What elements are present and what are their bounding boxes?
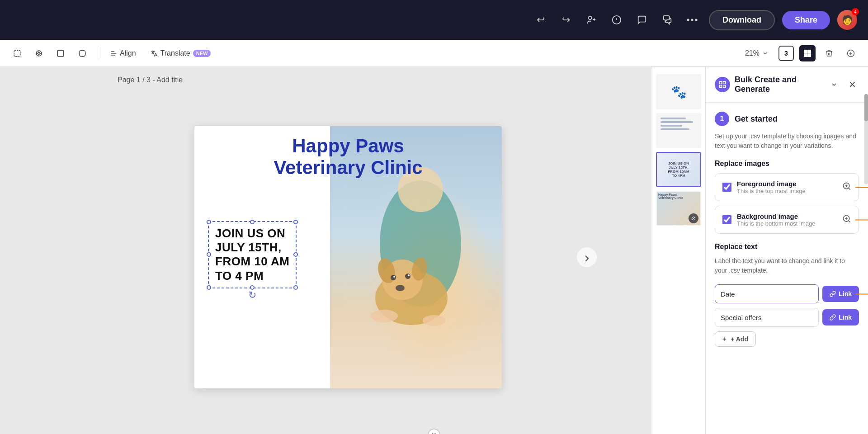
download-button[interactable]: Download bbox=[709, 10, 775, 30]
handle-mr[interactable] bbox=[293, 252, 298, 257]
handle-ml[interactable] bbox=[207, 252, 211, 257]
svg-rect-6 bbox=[14, 50, 20, 57]
handle-tl[interactable] bbox=[207, 220, 211, 224]
svg-point-37 bbox=[423, 315, 445, 326]
panel-header: Bulk Create and Generate ✕ bbox=[706, 67, 868, 103]
more-button[interactable]: ••• bbox=[684, 11, 702, 29]
divider-1 bbox=[98, 47, 98, 60]
date-text-field[interactable] bbox=[715, 284, 819, 303]
add-icon: + bbox=[722, 335, 726, 343]
svg-rect-21 bbox=[808, 53, 811, 57]
translate-button[interactable]: Translate NEW bbox=[146, 47, 216, 60]
svg-point-33 bbox=[405, 274, 410, 279]
thumb-overlay-icon: ⊘ bbox=[689, 213, 698, 223]
canvas-content: Happy Paws Veterinary Clinic JOIN US O bbox=[90, 90, 606, 425]
foreground-title: Foreground image bbox=[737, 180, 837, 188]
background-search-icon[interactable] bbox=[842, 214, 851, 226]
rounded-rect-tool[interactable] bbox=[74, 45, 90, 61]
right-panel: Bulk Create and Generate ✕ 1 Get started… bbox=[705, 67, 868, 434]
svg-line-43 bbox=[849, 188, 850, 189]
handle-tm[interactable] bbox=[250, 220, 255, 224]
select-tool[interactable] bbox=[9, 45, 25, 61]
background-image-option: Background image This is the bottom most… bbox=[715, 206, 859, 234]
svg-point-36 bbox=[371, 310, 398, 322]
svg-rect-13 bbox=[57, 50, 64, 57]
svg-rect-38 bbox=[719, 81, 722, 84]
foreground-subtitle: This is the top most image bbox=[737, 188, 837, 194]
background-checkbox[interactable] bbox=[722, 215, 731, 224]
thumb-lines-content bbox=[657, 114, 700, 136]
tips-button[interactable] bbox=[608, 11, 626, 29]
foreground-checkbox[interactable] bbox=[722, 183, 731, 192]
add-button[interactable] bbox=[843, 45, 859, 61]
handle-tr[interactable] bbox=[293, 220, 298, 224]
thumbnail-2[interactable] bbox=[656, 113, 701, 148]
page-indicator: 3 bbox=[778, 46, 794, 61]
svg-rect-19 bbox=[808, 50, 811, 53]
add-field-row: + + Add bbox=[715, 331, 859, 347]
delete-button[interactable] bbox=[821, 45, 837, 61]
slide-event-text: JOIN US ON JULY 15TH, FROM 10 AM TO 4 PM bbox=[215, 226, 289, 283]
handle-bl[interactable] bbox=[207, 285, 211, 290]
canvas-area: Page 1 / 3 - Add title bbox=[0, 67, 651, 434]
svg-rect-18 bbox=[804, 50, 807, 53]
align-button[interactable]: Align bbox=[105, 47, 141, 60]
foreground-info: Foreground image This is the top most im… bbox=[737, 180, 837, 194]
scrollbar-thumb[interactable] bbox=[864, 94, 868, 121]
svg-rect-40 bbox=[719, 85, 722, 88]
background-info: Background image This is the bottom most… bbox=[737, 212, 837, 227]
redo-button[interactable]: ↪ bbox=[557, 11, 575, 29]
foreground-image-option: Foreground image This is the top most im… bbox=[715, 173, 859, 201]
step-number: 1 bbox=[715, 112, 729, 126]
foreground-search-icon[interactable] bbox=[842, 182, 851, 193]
layout-tool-active[interactable] bbox=[799, 45, 816, 61]
add-field-button[interactable]: + + Add bbox=[715, 331, 756, 347]
thumbnail-3[interactable]: JOIN US ONJULY 15TH,FROM 10AMTO 4PM bbox=[656, 152, 701, 187]
panel-close-button[interactable]: ✕ bbox=[845, 78, 859, 91]
svg-point-35 bbox=[408, 274, 410, 276]
special-offers-link-button[interactable]: Link bbox=[822, 309, 859, 326]
thumbnail-1[interactable]: 🐾 bbox=[656, 74, 701, 109]
panel-icon bbox=[715, 77, 730, 92]
svg-point-8 bbox=[38, 52, 40, 54]
svg-rect-14 bbox=[79, 50, 85, 57]
page-label: Page 1 / 3 - Add title bbox=[118, 76, 183, 84]
step-title: Get started bbox=[735, 114, 778, 124]
panel-collapse-button[interactable] bbox=[827, 78, 841, 91]
panel-title: Bulk Create and Generate bbox=[735, 75, 823, 94]
handle-br[interactable] bbox=[293, 285, 298, 290]
rect-tool[interactable] bbox=[52, 45, 69, 61]
date-link-button[interactable]: Link bbox=[822, 286, 859, 302]
slide-text-box[interactable]: JOIN US ON JULY 15TH, FROM 10 AM TO 4 PM… bbox=[208, 221, 297, 288]
svg-point-31 bbox=[396, 285, 405, 291]
svg-point-34 bbox=[393, 276, 395, 278]
date-input-row: Link C bbox=[715, 284, 859, 303]
step-header: 1 Get started bbox=[715, 112, 859, 126]
notification-badge: 4 bbox=[852, 8, 859, 15]
replace-images-label: Replace images bbox=[715, 160, 859, 168]
comment-button[interactable] bbox=[633, 11, 651, 29]
undo-button[interactable]: ↩ bbox=[532, 11, 550, 29]
chat-button[interactable] bbox=[658, 11, 676, 29]
thumbnail-4[interactable]: Happy PawsVeterinary Clinic ⊘ bbox=[656, 191, 701, 226]
svg-rect-39 bbox=[723, 81, 726, 84]
special-offers-text-field[interactable] bbox=[715, 308, 819, 327]
slide-card[interactable]: Happy Paws Veterinary Clinic JOIN US O bbox=[194, 126, 502, 388]
thumb-preview-content: JOIN US ONJULY 15TH,FROM 10AMTO 4PM bbox=[657, 153, 700, 186]
replace-text-section: Replace text Label the text you want to … bbox=[715, 243, 859, 347]
zoom-control[interactable]: 21% bbox=[741, 47, 773, 60]
rotate-handle[interactable]: ↻ bbox=[248, 289, 256, 301]
background-title: Background image bbox=[737, 212, 837, 220]
svg-point-32 bbox=[391, 275, 396, 280]
slide-title: Happy Paws Veterinary Clinic bbox=[194, 135, 502, 179]
add-collaborator-button[interactable] bbox=[582, 11, 600, 29]
main-layout: Page 1 / 3 - Add title bbox=[0, 67, 868, 434]
next-arrow[interactable]: › bbox=[577, 247, 597, 267]
thumb-paws-icon: 🐾 bbox=[657, 75, 700, 108]
svg-line-47 bbox=[849, 220, 850, 222]
grid-tool[interactable] bbox=[31, 45, 47, 61]
panel-body: 1 Get started Set up your .csv template … bbox=[706, 103, 868, 434]
scrollbar[interactable] bbox=[864, 94, 868, 184]
share-button[interactable]: Share bbox=[782, 11, 830, 29]
avatar[interactable]: 🧑 4 bbox=[837, 10, 857, 30]
